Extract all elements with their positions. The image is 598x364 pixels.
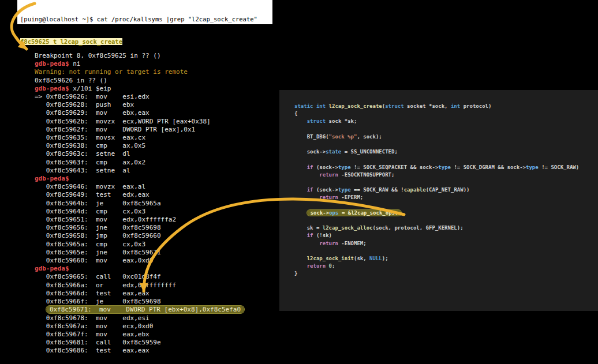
token-plain: = &l2cap_sock_ops; [338, 210, 398, 216]
token-fn: l2cap_sock_init [307, 256, 354, 261]
token-kw2: return [319, 194, 338, 200]
token-member: type [338, 187, 351, 193]
gdb-line: 0xf8c59635: movsx eax,cx [35, 134, 244, 142]
token-plain: protocol) [460, 103, 491, 109]
source-line [294, 202, 598, 209]
source-line: static int l2cap_sock_create(struct sock… [294, 103, 598, 110]
token-plain: sk = [294, 225, 323, 231]
source-line [294, 247, 598, 255]
gdb-line: 0xf8c59651: mov edx,0xffffffa2 [35, 216, 244, 224]
gdb-line: 0xf8c59649: test edx,eax [35, 191, 244, 199]
token-kw: int [451, 103, 460, 109]
token-plain: 0xf8c59665: call 0xc01d8f4f [35, 273, 161, 280]
token-plain: == SOCK_RAW && ! [351, 187, 404, 193]
gdb-line: 0xf8c5965e: jne 0xf8c59671 [35, 249, 244, 257]
token-member: state [326, 149, 341, 155]
source-line: if (sock->type != SOCK_SEQPACKET && sock… [294, 164, 598, 171]
token-plain: 0xf8c5963c: setne dl [35, 150, 130, 157]
token-kw: struct [385, 103, 404, 109]
source-line: l2cap_sock_init(sk, NULL); [294, 255, 598, 262]
token-plain [294, 126, 297, 132]
token-str: "sock %p" [329, 134, 357, 140]
source-line-highlighted: sock->ops = &l2cap_sock_ops; [294, 209, 598, 217]
token-plain: 0xf8c59635: movsx eax,cx [35, 134, 145, 141]
gdb-line: gdb-peda$ [35, 265, 244, 273]
token-plain: 0xf8c59686: test eax,eax [35, 347, 150, 354]
token-plain: x/10i $eip [69, 85, 111, 92]
token-plain [294, 141, 297, 147]
source-line: if (sock->type == SOCK_RAW && !capable(C… [294, 186, 598, 194]
source-line: { [294, 110, 598, 118]
token-plain: 0xf8c59626 in ?? () [35, 77, 107, 84]
gdb-line: Breakpoint 8, 0xf8c59625 in ?? () [35, 52, 244, 60]
token-plain: = SS_UNCONNECTED; [341, 149, 398, 155]
source-line [294, 156, 598, 163]
token-plain: 0xf8c59651: mov edx,0xffffffa2 [35, 216, 176, 223]
token-plain: (sock, protocol, GFP_KERNEL); [372, 225, 463, 231]
highlight-pill: sock->ops = &l2cap_sock_ops; [307, 210, 402, 216]
terminal-command: [puing@localhost ~]$ cat /proc/kallsyms … [20, 16, 257, 22]
l2cap-sock-create-source: static int l2cap_sock_create(struct sock… [294, 103, 598, 278]
gdb-line: 0xf8c59681: call 0xf8c5959e [35, 339, 244, 347]
token-kw2: return [319, 241, 338, 246]
source-line [294, 126, 598, 133]
token-plain: ); [382, 256, 388, 261]
asm-line-highlighted: 0xf8c59671: mov DWORD PTR [ebx+0x8],0xf8… [35, 306, 244, 314]
token-plain [294, 241, 319, 246]
token-kw2: return [319, 172, 338, 178]
gdb-line: 0xf8c5962f: mov DWORD PTR [eax],0x1 [35, 126, 244, 134]
gdb-line: 0xf8c5964b: je 0xf8c5965a [35, 200, 244, 208]
token-plain: -EPERM; [338, 194, 363, 200]
gdb-line: 0xf8c5964d: cmp cx,0x3 [35, 208, 244, 216]
token-plain: != SOCK_RAW) [539, 164, 579, 170]
source-line: BT_DBG("sock %p", sock); [294, 133, 598, 141]
token-plain: 0xf8c5967f: mov eax,ebx [35, 331, 150, 338]
token-plain: 0xf8c59660: mov eax,0xd0 [35, 257, 153, 264]
token-fn: l2cap_sock_alloc [323, 225, 373, 231]
source-code-panel[interactable]: static int l2cap_sock_create(struct sock… [279, 90, 598, 311]
gdb-line: Warning: not running or target is remote [35, 68, 244, 76]
gdb-session-output[interactable]: Breakpoint 8, 0xf8c59625 in ?? ()gdb-ped… [35, 52, 244, 355]
terminal-result-line: f8c59625 t l2cap_sock_create [l2cap] [20, 38, 272, 46]
token-kw2: return [307, 263, 326, 269]
gdb-line: 0xf8c59665: call 0xc01d8f4f [35, 273, 244, 281]
token-plain: (CAP_NET_RAW)) [426, 187, 470, 193]
token-plain: -ENOMEM; [338, 241, 367, 246]
token-plain [294, 187, 307, 193]
terminal-window[interactable]: [puing@localhost ~]$ cat /proc/kallsyms … [17, 0, 272, 24]
token-plain: 0xf8c5962f: mov DWORD PTR [eax],0x1 [35, 126, 195, 133]
token-prompt: gdb-peda$ [35, 60, 69, 67]
token-plain: != SOCK_SEQPACKET && sock-> [351, 164, 439, 170]
token-plain [294, 248, 297, 254]
gdb-line: 0xf8c5963f: cmp ax,0x2 [35, 159, 244, 167]
token-plain: 0xf8c59646: movzx eax,al [35, 183, 145, 190]
source-line [294, 141, 598, 148]
token-plain [294, 263, 307, 269]
gdb-line: gdb-peda$ x/10i $eip [35, 85, 244, 93]
gdb-line: => 0xf8c59626: mov esi,edx [35, 93, 244, 101]
token-plain [294, 202, 297, 208]
source-line: } [294, 270, 598, 277]
token-plain: 0xf8c5966a: or edx,0xffffffff [35, 282, 176, 289]
token-kw2: if [307, 164, 313, 170]
token-fn: l2cap_sock_create [329, 103, 382, 109]
token-plain: Breakpoint 8, 0xf8c59625 in ?? () [35, 52, 161, 59]
token-plain: 0xf8c5964b: je 0xf8c5965a [35, 200, 161, 207]
token-plain: 0xf8c5966f: je 0xf8c59698 [35, 298, 161, 305]
gdb-line: 0xf8c5966f: je 0xf8c59698 [35, 298, 244, 306]
gdb-line: 0xf8c59626 in ?? () [35, 77, 244, 85]
token-plain [294, 210, 307, 216]
token-num: 0 [326, 263, 332, 269]
gdb-line: 0xf8c59643: setne al [35, 167, 244, 175]
token-fn: capable [404, 187, 426, 193]
token-warn: Warning: not running or target is remote [35, 68, 188, 76]
token-plain [294, 172, 319, 178]
token-plain: BT_DBG( [294, 134, 329, 140]
gdb-line: 0xf8c59686: test eax,eax [35, 347, 244, 355]
token-plain: sock-> [311, 210, 330, 216]
source-line: sk = l2cap_sock_alloc(sock, protocol, GF… [294, 224, 598, 232]
token-plain: 0xf8c59628: push ebx [35, 101, 134, 108]
token-prompt: gdb-peda$ [35, 265, 69, 272]
source-line: return 0; [294, 262, 598, 270]
token-plain: (!sk) [313, 232, 332, 238]
